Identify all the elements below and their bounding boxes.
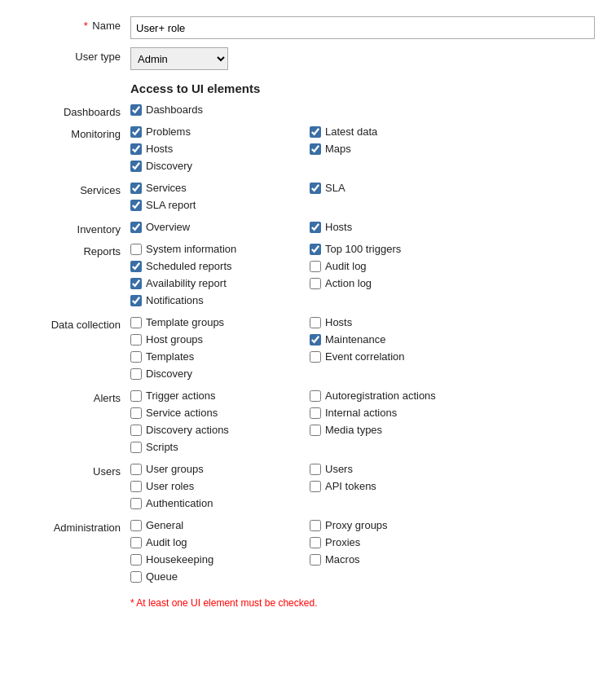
al-trigger-actions-checkbox[interactable] <box>130 390 142 402</box>
alerts-col-1: Trigger actions Service actions Discover… <box>130 390 306 441</box>
list-item: SLA <box>310 182 485 194</box>
list-item: Hosts <box>130 143 306 155</box>
al-internal-actions-checkbox[interactable] <box>310 407 321 419</box>
list-item: System information <box>130 243 306 255</box>
data-collection-col-3: Discovery <box>130 368 306 385</box>
usr-authentication-checkbox[interactable] <box>130 498 142 509</box>
list-item: Template groups <box>130 316 306 328</box>
rep-availability-checkbox[interactable] <box>130 278 142 289</box>
name-row: * Name <box>24 16 592 39</box>
inventory-label: Inventory <box>24 221 130 235</box>
list-item: Scripts <box>130 441 306 453</box>
alerts-label: Alerts <box>24 390 130 404</box>
svc-sla-report-checkbox[interactable] <box>130 200 142 211</box>
list-item: Discovery <box>130 368 306 380</box>
rep-top100-checkbox[interactable] <box>310 244 321 255</box>
dc-hosts-checkbox[interactable] <box>310 317 321 328</box>
name-input[interactable] <box>130 16 595 39</box>
adm-proxies-checkbox[interactable] <box>310 537 321 548</box>
list-item: Internal actions <box>310 407 505 419</box>
list-item: Notifications <box>130 294 306 306</box>
list-item: Queue <box>130 570 306 583</box>
monitoring-col-3: Discovery <box>130 160 306 177</box>
al-service-actions-checkbox[interactable] <box>130 407 142 419</box>
list-item: Autoregistration actions <box>310 390 505 402</box>
reports-content: System information Scheduled reports Ava… <box>130 243 592 311</box>
list-item: Audit log <box>130 536 306 548</box>
dc-templates-checkbox[interactable] <box>130 351 142 363</box>
list-item: Services <box>130 182 306 194</box>
list-item: Audit log <box>310 260 485 272</box>
list-item: Templates <box>130 350 306 363</box>
inv-overview-checkbox[interactable] <box>130 222 142 233</box>
dc-template-groups-checkbox[interactable] <box>130 317 142 328</box>
list-item: User roles <box>130 480 306 492</box>
rep-audit-log-checkbox[interactable] <box>310 261 321 272</box>
rep-action-log-checkbox[interactable] <box>310 278 321 289</box>
inv-hosts-checkbox[interactable] <box>310 222 321 233</box>
adm-proxy-groups-checkbox[interactable] <box>310 520 321 531</box>
services-col-3: SLA report <box>130 199 306 216</box>
inventory-section: Inventory Overview Hosts <box>24 221 592 238</box>
al-scripts-checkbox[interactable] <box>130 442 142 453</box>
user-type-select[interactable]: Admin Super admin User <box>130 47 228 70</box>
usr-api-tokens-checkbox[interactable] <box>310 481 321 492</box>
user-type-row: User type Admin Super admin User <box>24 47 592 70</box>
list-item: Hosts <box>310 221 485 233</box>
administration-section: Administration General Audit log Houseke… <box>24 519 592 588</box>
mon-problems-checkbox[interactable] <box>130 126 142 138</box>
user-type-content: Admin Super admin User <box>130 47 592 70</box>
al-media-types-checkbox[interactable] <box>310 425 321 436</box>
list-item: API tokens <box>310 480 485 492</box>
usr-user-roles-checkbox[interactable] <box>130 481 142 492</box>
list-item: Proxies <box>310 536 485 548</box>
al-discovery-actions-checkbox[interactable] <box>130 425 142 436</box>
mon-discovery-checkbox[interactable] <box>130 161 142 172</box>
list-item: Authentication <box>130 497 306 509</box>
svc-services-checkbox[interactable] <box>130 183 142 194</box>
list-item: Media types <box>310 424 505 436</box>
monitoring-col-2: Latest data Maps <box>310 125 485 160</box>
dashboards-content: Dashboards <box>130 103 592 121</box>
list-item: Users <box>310 463 485 475</box>
inventory-col-2: Hosts <box>310 221 485 238</box>
adm-macros-checkbox[interactable] <box>310 554 321 566</box>
adm-audit-log-checkbox[interactable] <box>130 537 142 548</box>
data-collection-label: Data collection <box>24 316 130 331</box>
data-collection-col-2: Hosts Maintenance Event correlation <box>310 316 485 368</box>
adm-queue-checkbox[interactable] <box>130 571 142 583</box>
mon-latest-data-checkbox[interactable] <box>310 126 321 138</box>
alerts-col-2: Autoregistration actions Internal action… <box>310 390 505 441</box>
dc-discovery-checkbox[interactable] <box>130 368 142 380</box>
svc-sla-checkbox[interactable] <box>310 183 321 194</box>
monitoring-label: Monitoring <box>24 125 130 140</box>
list-item: General <box>130 519 306 531</box>
rep-system-info-checkbox[interactable] <box>130 244 142 255</box>
usr-user-groups-checkbox[interactable] <box>130 464 142 475</box>
name-required: * <box>84 20 88 32</box>
mon-hosts-checkbox[interactable] <box>130 143 142 155</box>
users-content: User groups User roles Users API tokens … <box>130 463 592 514</box>
rep-notifications-checkbox[interactable] <box>130 295 142 306</box>
adm-general-checkbox[interactable] <box>130 520 142 531</box>
services-col-2: SLA <box>310 182 485 199</box>
usr-users-checkbox[interactable] <box>310 464 321 475</box>
reports-section: Reports System information Scheduled rep… <box>24 243 592 311</box>
dc-host-groups-checkbox[interactable] <box>130 334 142 346</box>
list-item: Availability report <box>130 277 306 289</box>
dc-event-corr-checkbox[interactable] <box>310 351 321 363</box>
dashboards-section: Dashboards Dashboards <box>24 103 592 121</box>
list-item: Maps <box>310 143 485 155</box>
monitoring-content: Problems Hosts Latest data Maps Discover… <box>130 125 592 177</box>
al-autoreg-actions-checkbox[interactable] <box>310 390 321 402</box>
rep-scheduled-checkbox[interactable] <box>130 261 142 272</box>
adm-housekeeping-checkbox[interactable] <box>130 554 142 566</box>
dashboards-checkbox[interactable] <box>130 104 142 116</box>
services-section: Services Services SLA SLA report <box>24 182 592 216</box>
dc-maintenance-checkbox[interactable] <box>310 334 321 346</box>
alerts-content: Trigger actions Service actions Discover… <box>130 390 592 458</box>
list-item: Latest data <box>310 125 485 138</box>
mon-maps-checkbox[interactable] <box>310 143 321 155</box>
reports-col-2: Top 100 triggers Audit log Action log <box>310 243 485 294</box>
list-item: Housekeeping <box>130 553 306 566</box>
